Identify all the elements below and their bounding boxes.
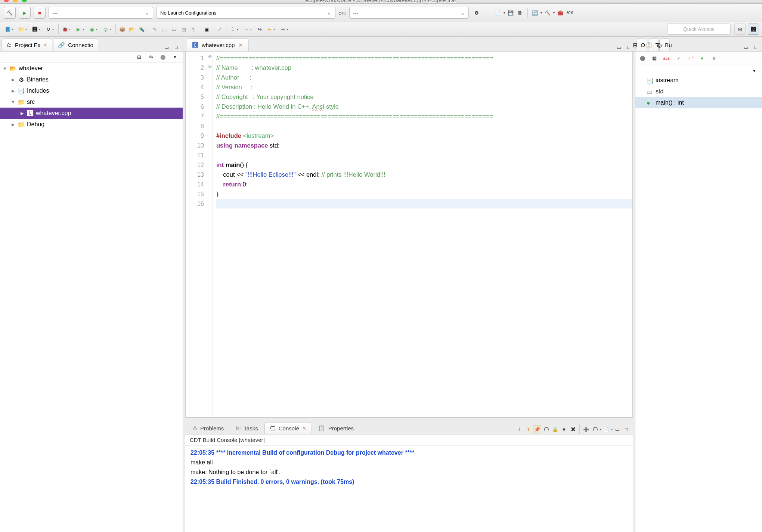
toggle-block-button[interactable]: ⬚ (159, 24, 169, 34)
open-console-button[interactable]: ➕ (582, 425, 590, 433)
debug-button[interactable]: 🐞 (60, 24, 70, 34)
run-button[interactable]: ▶ (19, 7, 31, 19)
expand-arrow-icon[interactable]: ▶ (10, 89, 16, 93)
dropdown-icon[interactable]: ▾ (553, 11, 555, 15)
minimize-window-icon[interactable] (13, 0, 18, 2)
save-button[interactable]: 💾 (507, 9, 515, 17)
tab-tasks[interactable]: ☑Tasks (230, 422, 263, 434)
skip-button[interactable]: ⟋ (215, 24, 224, 34)
console-output[interactable]: 22:05:35 **** Incremental Build of confi… (185, 446, 633, 532)
outline-item[interactable]: ●main() : int (635, 97, 762, 108)
stop-button[interactable]: ■ (34, 7, 46, 19)
search-button[interactable]: 🔦 (137, 24, 146, 34)
close-window-icon[interactable] (4, 0, 9, 2)
tree-item-whatever[interactable]: ▼📂whatever (0, 63, 183, 74)
close-icon[interactable]: ✕ (238, 42, 243, 49)
pin-button[interactable]: 📌 (533, 425, 541, 433)
dropdown-icon[interactable]: ▾ (540, 11, 542, 15)
tab-properties[interactable]: 📋Properties (313, 422, 359, 434)
new-cproject-button[interactable]: 📘 (3, 24, 13, 34)
sort-button[interactable]: a↓z (662, 54, 670, 62)
view-menu-button[interactable]: ▾ (750, 66, 758, 75)
expand-arrow-icon[interactable]: ▶ (10, 122, 16, 127)
tab-console[interactable]: 🖵Console✕ (264, 422, 312, 434)
tree-item-src[interactable]: ▼📁src (0, 96, 183, 108)
open-element-button[interactable]: 📂 (127, 24, 137, 34)
scroll-up-button[interactable]: ⬆ (524, 425, 532, 433)
hide-fields-button[interactable]: ⟋ (674, 54, 682, 62)
close-icon[interactable]: ✕ (302, 426, 306, 431)
back-button[interactable]: ⬅ (264, 24, 274, 34)
fold-gutter[interactable]: ⊖⊖ (207, 52, 213, 417)
toggle-breakpoint-button[interactable]: 🧰 (556, 9, 564, 17)
expand-arrow-icon[interactable]: ▶ (10, 77, 16, 82)
restart-button[interactable]: ↻ (43, 24, 53, 34)
tab-connections[interactable]: 🔗 Connectio (53, 38, 98, 51)
outline-item[interactable]: 📑iostream (635, 75, 762, 86)
dropdown-icon[interactable]: ▾ (600, 428, 601, 431)
zoom-window-icon[interactable] (22, 0, 27, 2)
display-button[interactable]: 🖵 (542, 425, 550, 433)
c-perspective-button[interactable]: 🅲 (748, 24, 759, 35)
wrap-button[interactable]: ≡ (560, 425, 568, 433)
launch-mode-select[interactable]: --- ⌄ (49, 7, 153, 19)
build-all-button[interactable]: 🔨 (543, 9, 552, 17)
view-menu-button[interactable]: ▾ (171, 53, 179, 61)
tab-problems[interactable]: ⚠Problems (187, 422, 229, 434)
dropdown-icon[interactable]: ▾ (611, 428, 613, 431)
hide-static-button[interactable]: ⟋ˢ (686, 54, 694, 62)
maximize-view-button[interactable]: □ (752, 43, 760, 51)
toggle-mark-button[interactable]: ✎ (150, 24, 159, 34)
focus-button[interactable]: ⬤ (638, 54, 647, 62)
collapse-all-button[interactable]: ⊟ (135, 53, 143, 61)
console-menu-button[interactable]: 🖵 (591, 425, 599, 433)
maximize-view-button[interactable]: □ (172, 43, 180, 51)
minimize-view-button[interactable]: ▭ (742, 43, 750, 51)
expand-arrow-icon[interactable]: ▼ (2, 66, 7, 71)
save-all-button[interactable]: 🗎 (516, 9, 524, 17)
show-whitespace-button[interactable]: ▭ (169, 24, 179, 34)
open-type-button[interactable]: 📦 (117, 24, 127, 34)
coverage-button[interactable]: ◉ (87, 24, 97, 34)
quick-access-input[interactable]: Quick Access (667, 24, 731, 35)
memory-view-button[interactable]: 010 (566, 9, 574, 17)
step-over-button[interactable]: ⤻ (241, 24, 251, 34)
forward-button[interactable]: ➡ (278, 24, 288, 34)
new-class-button[interactable]: 🅲 (30, 24, 40, 34)
outline-item[interactable]: ▭std (635, 86, 762, 97)
new-folder-button[interactable]: 📁 (16, 24, 26, 34)
scroll-down-button[interactable]: ⬇ (515, 425, 523, 433)
editor-tab-whatever[interactable]: 🅲 whatever.cpp ✕ (187, 38, 249, 51)
tree-item-whatever-cpp[interactable]: ▶🅲whatever.cpp (0, 108, 183, 119)
tab-builds[interactable]: ◎Bu (659, 38, 670, 51)
expand-arrow-icon[interactable]: ▼ (10, 100, 16, 104)
expand-arrow-icon[interactable]: ▶ (19, 111, 25, 116)
launch-target-select[interactable]: --- ⌄ (349, 7, 469, 19)
tree-item-includes[interactable]: ▶📑Includes (0, 85, 183, 96)
switch-editor-button[interactable]: 🔄 (531, 9, 539, 17)
close-icon[interactable]: ✕ (43, 42, 47, 48)
open-perspective-button[interactable]: ⊞ (734, 24, 746, 35)
launch-config-select[interactable]: No Launch Configurations ⌄ (156, 7, 335, 19)
group-button[interactable]: ▦ (650, 54, 659, 62)
step-into-button[interactable]: ⤵ (228, 24, 238, 34)
minimize-view-button[interactable]: ▭ (613, 425, 622, 433)
tree-item-binaries[interactable]: ▶⚙Binaries (0, 74, 183, 85)
build-button[interactable]: 🔨 (4, 7, 16, 19)
next-annotation-button[interactable]: ↪ (255, 24, 264, 34)
minimize-view-button[interactable]: ▭ (162, 43, 171, 51)
code-area[interactable]: //======================================… (213, 52, 632, 417)
focus-task-button[interactable]: ⬤ (159, 53, 167, 61)
minimize-editor-button[interactable]: ▭ (615, 43, 623, 51)
hide-nonpublic-button[interactable]: ● (698, 54, 706, 62)
hide-inactive-button[interactable]: # (710, 54, 718, 62)
maximize-view-button[interactable]: □ (622, 425, 631, 433)
outline-tree[interactable]: 📑iostream▭std●main() : int (635, 75, 762, 532)
gear-icon[interactable]: ⚙ (472, 8, 481, 18)
maximize-editor-button[interactable]: □ (625, 43, 633, 51)
tree-item-debug[interactable]: ▶📁Debug (0, 119, 183, 130)
profile-button[interactable]: ◎ (100, 24, 110, 34)
show-paragraph-button[interactable]: ¶ (189, 24, 198, 34)
tab-project-explorer[interactable]: 🗂 Project Ex ✕ (1, 38, 52, 51)
project-tree[interactable]: ▼📂whatever▶⚙Binaries▶📑Includes▼📁src▶🅲wha… (0, 63, 183, 532)
